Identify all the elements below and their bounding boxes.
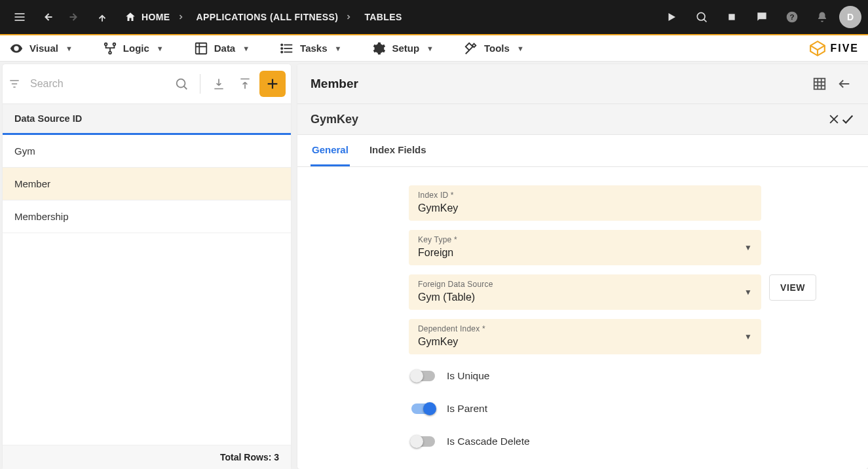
menu-setup[interactable]: Setup ▼ [371, 41, 434, 56]
download-icon[interactable] [207, 72, 231, 96]
data-source-list: Gym Member Membership [3, 135, 291, 445]
chat-icon[interactable] [749, 4, 775, 30]
breadcrumb-sep-icon [345, 13, 358, 21]
is-parent-toggle[interactable] [411, 403, 435, 414]
tab-index-fields-label: Index Fields [369, 144, 426, 155]
chevron-down-icon: ▼ [744, 243, 752, 252]
grid-view-icon[interactable] [809, 73, 830, 94]
svg-point-7 [697, 12, 705, 20]
menu-icon[interactable] [7, 4, 33, 30]
tabs: General Index Fields [297, 135, 868, 167]
play-icon[interactable] [658, 4, 685, 30]
brand-logo: FIVE [809, 40, 859, 57]
chevron-down-icon: ▼ [744, 288, 752, 297]
menu-visual[interactable]: Visual ▼ [9, 41, 73, 56]
right-pane-header: Member [297, 64, 868, 104]
chevron-down-icon: ▼ [242, 45, 250, 52]
search-magnify-icon[interactable] [689, 4, 715, 30]
breadcrumb-home[interactable]: HOME [121, 11, 174, 23]
confirm-check-icon[interactable] [840, 112, 855, 126]
key-type-field[interactable]: Key Type * Foreign ▼ [409, 230, 761, 265]
avatar-initial: D [847, 12, 854, 22]
list-item[interactable]: Member [3, 168, 291, 200]
chevron-down-icon: ▼ [426, 45, 434, 52]
svg-rect-15 [195, 43, 206, 54]
dependent-index-field[interactable]: Dependent Index * GymKey ▼ [409, 319, 761, 354]
field-label: Foreign Data Source [418, 280, 752, 289]
view-button[interactable]: VIEW [769, 274, 816, 301]
right-pane: Member GymKey General Index Fie [297, 64, 868, 469]
menu-logic[interactable]: Logic ▼ [103, 41, 164, 56]
up-icon[interactable] [89, 4, 115, 30]
svg-line-26 [818, 45, 825, 50]
page-subtitle: GymKey [311, 113, 358, 126]
search-icon[interactable] [170, 72, 193, 96]
chevron-down-icon: ▼ [517, 45, 524, 52]
is-cascade-label: Is Cascade Delete [447, 436, 530, 447]
workzone: Data Source ID Gym Member Membership Tot… [0, 62, 868, 469]
add-button[interactable] [259, 71, 286, 97]
stop-icon[interactable] [719, 4, 745, 30]
breadcrumb-section[interactable]: TABLES [360, 12, 406, 22]
tab-index-fields[interactable]: Index Fields [368, 135, 428, 166]
divider [200, 74, 200, 94]
svg-line-32 [184, 86, 187, 90]
topbar: HOME APPLICATIONS (ALL FITNESS) TABLES ? [0, 0, 868, 35]
chevron-down-icon: ▼ [335, 45, 342, 52]
field-value: GymKey [418, 333, 752, 348]
svg-point-13 [113, 43, 115, 45]
foreign-data-source-field[interactable]: Foreign Data Source Gym (Table) ▼ [409, 274, 761, 310]
avatar[interactable]: D [839, 6, 861, 28]
back-arrow-icon[interactable] [834, 73, 855, 94]
menu-tasks-label: Tasks [300, 43, 327, 54]
chevron-down-icon: ▼ [744, 332, 752, 341]
breadcrumb-home-label: HOME [142, 12, 170, 22]
tab-general-label: General [312, 144, 349, 155]
svg-point-23 [281, 51, 282, 52]
breadcrumb-app[interactable]: APPLICATIONS (ALL FITNESS) [193, 12, 343, 22]
field-value: Foreign [418, 244, 752, 259]
svg-point-31 [177, 79, 185, 88]
view-button-label: VIEW [780, 282, 805, 293]
form-area: Index ID * GymKey Key Type * Foreign ▼ F… [297, 167, 868, 469]
bell-icon[interactable] [809, 4, 835, 30]
is-cascade-row: Is Cascade Delete [410, 429, 855, 454]
svg-point-22 [281, 47, 282, 48]
page-title: Member [311, 77, 358, 91]
svg-line-8 [704, 19, 706, 22]
svg-text:?: ? [789, 12, 794, 21]
index-id-field[interactable]: Index ID * GymKey [409, 185, 761, 221]
field-label: Index ID * [418, 191, 752, 200]
is-cascade-toggle[interactable] [411, 436, 435, 447]
is-unique-toggle[interactable] [411, 371, 435, 381]
list-item[interactable]: Gym [3, 135, 291, 168]
upload-icon[interactable] [233, 72, 257, 96]
list-item[interactable]: Membership [3, 200, 291, 233]
menu-logic-label: Logic [123, 43, 149, 54]
menu-visual-label: Visual [29, 43, 58, 54]
right-pane-subheader: GymKey [297, 104, 868, 135]
left-pane-toolbar [3, 64, 291, 103]
forward-icon [62, 4, 88, 30]
menu-data[interactable]: Data ▼ [194, 41, 250, 56]
close-icon[interactable] [827, 113, 840, 126]
list-header-label: Data Source ID [14, 113, 82, 124]
left-pane: Data Source ID Gym Member Membership Tot… [3, 64, 291, 469]
menu-tasks[interactable]: Tasks ▼ [280, 41, 341, 56]
back-icon[interactable] [34, 4, 60, 30]
total-rows-label: Total Rows: 3 [220, 452, 279, 462]
tab-general[interactable]: General [311, 135, 350, 166]
svg-line-25 [811, 45, 818, 50]
search-input[interactable] [29, 74, 167, 94]
list-item-label: Gym [14, 145, 35, 157]
filter-icon[interactable] [8, 77, 26, 90]
breadcrumb: HOME APPLICATIONS (ALL FITNESS) TABLES [121, 11, 406, 23]
svg-marker-6 [669, 13, 676, 21]
list-footer: Total Rows: 3 [3, 445, 291, 469]
breadcrumb-section-label: TABLES [364, 12, 402, 22]
menu-tools[interactable]: Tools ▼ [464, 41, 524, 56]
help-icon[interactable]: ? [779, 4, 805, 30]
is-parent-label: Is Parent [447, 403, 487, 415]
field-value: GymKey [418, 200, 752, 214]
field-label: Dependent Index * [418, 324, 752, 333]
